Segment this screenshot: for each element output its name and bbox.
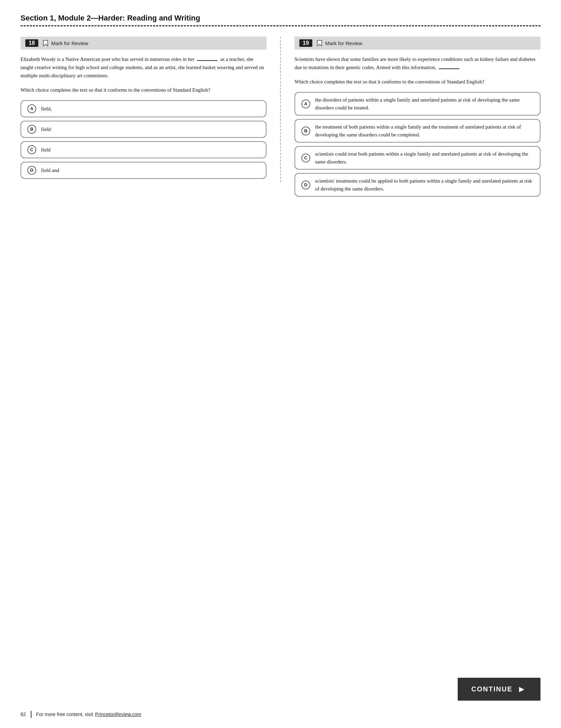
q19-blank [439, 68, 459, 69]
continue-button[interactable]: CONTINUE ► [458, 678, 540, 701]
q19-option-b-circle: B [301, 127, 310, 135]
q18-blank [197, 60, 218, 61]
q19-option-b-text: the treatment of both patients within a … [315, 123, 534, 138]
q19-option-c-circle: C [301, 154, 310, 162]
q19-option-b[interactable]: B the treatment of both patients within … [295, 119, 540, 143]
question-columns: 18 Mark for Review Elizabeth Woody is a … [21, 37, 540, 200]
question-18-column: 18 Mark for Review Elizabeth Woody is a … [21, 37, 281, 182]
q18-option-b-text: field: [41, 125, 52, 133]
page: Section 1, Module 2—Harder: Reading and … [0, 0, 561, 728]
section-divider [21, 25, 540, 26]
q19-option-c[interactable]: C scientists could treat both patients w… [295, 146, 540, 170]
q19-option-a-text: the disorders of patients within a singl… [315, 96, 534, 111]
q19-question: Which choice completes the text so that … [295, 78, 540, 86]
footer-divider [31, 711, 31, 718]
q19-bookmark-icon [316, 40, 323, 47]
page-number: 62 [21, 712, 26, 717]
q18-mark-review[interactable]: Mark for Review [51, 40, 88, 46]
continue-arrow-icon: ► [517, 684, 527, 694]
q18-option-a[interactable]: A field, [21, 100, 266, 117]
q18-option-c-text: field [41, 146, 51, 154]
q18-option-a-text: field, [41, 105, 52, 113]
q19-option-a-circle: A [301, 100, 310, 108]
q18-number: 18 [25, 39, 38, 47]
q18-question: Which choice completes the text so that … [21, 86, 266, 94]
q18-option-d-circle: D [27, 166, 36, 175]
q18-option-c-circle: C [27, 145, 36, 154]
q19-option-a[interactable]: A the disorders of patients within a sin… [295, 92, 540, 116]
q19-option-c-text: scientists could treat both patients wit… [315, 150, 534, 166]
q19-option-d-circle: D [301, 181, 310, 189]
footer: 62 For more free content, visit Princeto… [21, 711, 141, 718]
q18-option-d[interactable]: D field and [21, 162, 266, 179]
q18-option-b[interactable]: B field: [21, 121, 266, 138]
q19-option-d-text: scientists' treatments could be applied … [315, 177, 534, 193]
continue-label: CONTINUE [471, 685, 512, 693]
q19-passage: Scientists have shown that some families… [295, 55, 540, 71]
section-title: Section 1, Module 2—Harder: Reading and … [21, 14, 540, 23]
q19-mark-review[interactable]: Mark for Review [325, 40, 362, 46]
q18-option-c[interactable]: C field [21, 141, 266, 158]
q18-passage: Elizabeth Woody is a Native American poe… [21, 55, 266, 80]
q18-header: 18 Mark for Review [21, 37, 266, 50]
q19-option-d[interactable]: D scientists' treatments could be applie… [295, 173, 540, 197]
q18-option-d-text: field and [41, 167, 59, 174]
q18-option-a-circle: A [27, 104, 36, 113]
q18-option-b-circle: B [27, 125, 36, 134]
q19-header: 19 Mark for Review [295, 37, 540, 50]
bookmark-icon [42, 40, 49, 47]
footer-text: For more free content, visit [36, 712, 93, 717]
footer-link[interactable]: PrincetonReview.com [95, 712, 141, 717]
question-19-column: 19 Mark for Review Scientists have shown… [281, 37, 540, 200]
q19-number: 19 [299, 39, 312, 47]
